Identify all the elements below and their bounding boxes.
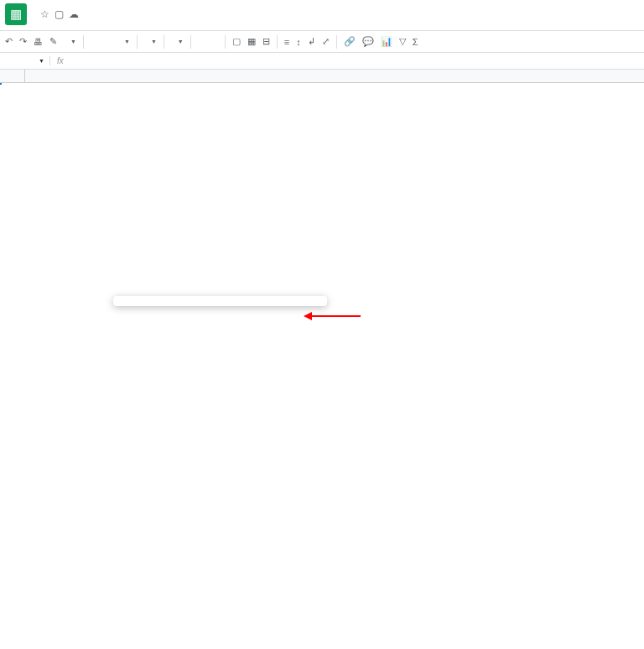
undo-button[interactable]: ↶ [5, 36, 13, 47]
functions-button[interactable]: Σ [413, 37, 418, 47]
valign-button[interactable]: ↕ [296, 37, 301, 47]
name-box[interactable]: ▼ [0, 56, 50, 65]
cloud-icon[interactable]: ☁ [69, 8, 79, 20]
wrap-button[interactable]: ↲ [308, 36, 315, 47]
select-all-corner[interactable] [0, 70, 25, 82]
link-button[interactable]: 🔗 [344, 36, 356, 47]
move-icon[interactable]: ▢ [55, 8, 64, 20]
redo-button[interactable]: ↷ [19, 36, 27, 47]
chart-button[interactable]: 📊 [381, 36, 392, 47]
merge-button[interactable]: ⊟ [262, 36, 270, 47]
active-cell-outline [0, 83, 2, 85]
fx-label: fx [50, 56, 70, 65]
context-menu [113, 296, 327, 306]
menu-bar [0, 25, 644, 31]
sheets-logo[interactable]: ▦ [5, 3, 27, 25]
filter-button[interactable]: ▽ [399, 36, 406, 47]
spreadsheet [0, 70, 644, 83]
paint-format-button[interactable]: ✎ [49, 36, 57, 47]
fill-color-button[interactable]: ▢ [232, 36, 241, 47]
toolbar: ↶ ↷ 🖶 ✎ ▼ ▼ ▼ ▼ ▢ ▦ ⊟ ≡ ↕ ↲ ⤢ 🔗 💬 📊 ▽ Σ [0, 31, 644, 53]
annotation-arrow [310, 315, 361, 317]
borders-button[interactable]: ▦ [247, 36, 256, 47]
print-button[interactable]: 🖶 [34, 37, 43, 47]
star-icon[interactable]: ☆ [40, 8, 49, 20]
comment-button[interactable]: 💬 [362, 36, 374, 47]
rotate-button[interactable]: ⤢ [322, 36, 330, 47]
halign-button[interactable]: ≡ [284, 37, 289, 47]
